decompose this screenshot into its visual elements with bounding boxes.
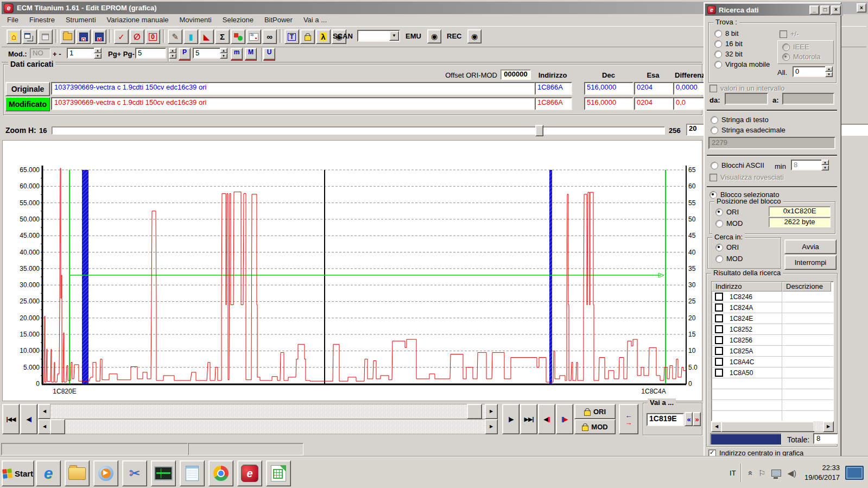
vai-a-input[interactable]: 1C819E [647,413,684,426]
main-close-button[interactable]: × [857,3,866,12]
interval-checkbox[interactable]: valori in un intervallo [709,84,785,92]
result-checkbox[interactable] [715,336,723,344]
menu-item-bitpower[interactable]: BitPower [259,15,298,25]
start-button[interactable]: Start [2,460,34,486]
dialog-titlebar[interactable]: e Ricerca dati _ □ × [705,4,843,16]
menu-item-variazione-manuale[interactable]: Variazione manuale [102,15,174,25]
lock-button[interactable] [300,29,315,44]
zoom-slider-thumb[interactable] [535,125,543,136]
encoding-radio-ieee[interactable]: IEEE [782,43,809,51]
step-right-button[interactable]: |▶ [502,404,519,434]
result-checkbox[interactable] [715,314,723,322]
eprom-graph[interactable]: 65.0006560.0006055.0005550.0005045.00045… [2,140,702,401]
save-mod-button[interactable] [92,29,106,44]
step-left-button[interactable]: ◀| [20,404,37,434]
radio-icon[interactable] [782,43,790,51]
cerca-mod-radio[interactable]: MOD [715,255,743,263]
result-row[interactable]: 1C8A50 [712,367,833,378]
result-checkbox[interactable] [715,325,723,333]
scan-dropdown-arrow-icon[interactable]: ▼ [389,31,399,41]
a-input[interactable] [782,93,834,105]
trova-radio-virgola-mobile[interactable]: Virgola mobile [714,60,770,68]
scrollbar-thumb[interactable] [721,421,814,432]
checkbox-icon[interactable] [708,449,716,457]
checkbox-icon[interactable] [709,174,717,181]
p-button[interactable]: P [179,48,191,61]
tray-expand-icon[interactable]: « [746,471,755,475]
page-input[interactable]: 5 [193,48,223,59]
step-input[interactable]: 1 [67,48,97,59]
search-string-input[interactable]: 2279 [708,137,835,149]
radio-icon[interactable] [715,208,723,216]
result-row[interactable]: 1C8256 [712,335,833,346]
result-row[interactable] [712,389,833,400]
modificato-file-field[interactable]: 1037390669-vectra c 1.9cdti 150cv edc16c… [51,97,535,110]
pg-input[interactable]: 5 [135,48,166,59]
result-row[interactable]: 1C8252 [712,324,833,335]
radio-icon[interactable] [714,40,722,48]
min-spinner[interactable]: ▲▼ [821,160,829,170]
emu-led-button[interactable]: ◉ [427,29,441,43]
pointer-paint-button[interactable]: ◣ [199,29,214,44]
scrollbar-right-icon[interactable]: ▶ [485,404,498,419]
scrollbar-left-icon[interactable]: ◀ [38,404,51,419]
indirizzo-centrato-checkbox[interactable]: Indirizzo centrato in grafica [708,449,803,457]
compare-graph-button[interactable]: ←→ [619,404,638,434]
goto-mod-icon[interactable]: » [693,412,701,426]
edit-notes-button[interactable]: ✎ [168,29,182,44]
menu-item-vai-a[interactable]: Vai a ... [298,15,332,25]
notepad-button[interactable] [180,460,205,486]
radio-icon[interactable] [714,50,722,58]
radio-icon[interactable] [715,244,723,251]
radio-icon[interactable] [711,162,718,169]
menu-item-strumenti[interactable]: Strumenti [60,15,102,25]
action-center-flag-icon[interactable]: ⚐ [758,469,765,477]
scrollbar-right-icon[interactable]: ▶ [823,421,834,432]
pos-ori-radio[interactable]: ORI [715,208,739,216]
result-row[interactable]: 1C825A [712,346,833,357]
result-row[interactable] [712,411,833,421]
originale-file-field[interactable]: 1037390669-vectra c 1.9cdti 150cv edc16c… [51,82,535,95]
scrollbar-thumb[interactable] [467,404,482,419]
rec-led-button[interactable]: ◉ [467,29,481,43]
scrollbar-right-icon[interactable]: ▶ [485,419,498,434]
home-button[interactable]: ⌂ [7,29,21,44]
goto-ori-icon[interactable]: « [685,412,693,426]
goto-ori-button[interactable]: ORI [574,404,616,419]
min-input[interactable]: 8 [791,160,823,170]
scrollbar-track[interactable] [813,421,823,431]
interrompi-button[interactable]: Interrompi [784,255,837,270]
result-checkbox[interactable] [715,303,723,312]
scrollbar-track[interactable] [50,404,486,419]
reversed-checkbox[interactable]: Visualizza rovesciati [709,173,784,181]
language-indicator[interactable]: IT [730,469,736,477]
window-button[interactable] [38,29,53,44]
encoding-radio-motorola[interactable]: Motorola [782,53,821,61]
result-row[interactable] [712,378,833,389]
result-checkbox[interactable] [715,358,723,366]
checkbox-icon[interactable] [709,85,717,92]
radio-icon[interactable] [715,220,723,227]
task-manager-button[interactable] [151,460,176,486]
menu-item-file[interactable]: File [2,15,24,25]
result-row[interactable] [712,400,833,411]
result-row[interactable]: 1C8A4C [712,357,833,367]
radio-icon[interactable] [715,255,723,263]
scrollbar-track[interactable] [50,419,486,434]
dialog-minimize-button[interactable]: _ [809,5,819,15]
column-button[interactable]: ▮ [183,29,198,44]
zoom-slider-track[interactable] [52,126,665,135]
step-spinner[interactable]: ▲▼ [94,48,102,59]
volume-icon[interactable]: ◀) [787,469,796,477]
checkbox-icon[interactable] [780,30,787,38]
result-row[interactable]: 1C8246 [712,291,833,302]
network-icon[interactable] [771,470,781,477]
clock[interactable]: 22:33 19/06/2017 [804,463,840,482]
result-row[interactable]: 1C824A [712,302,833,313]
menu-item-movimenti[interactable]: Movimenti [174,15,217,25]
snipping-tool-button[interactable]: ✂ [122,460,147,486]
result-checkbox[interactable] [715,347,723,355]
chrome-button[interactable] [208,460,233,486]
graph-button[interactable] [246,29,261,44]
avvia-button[interactable]: Avvia [784,239,837,254]
